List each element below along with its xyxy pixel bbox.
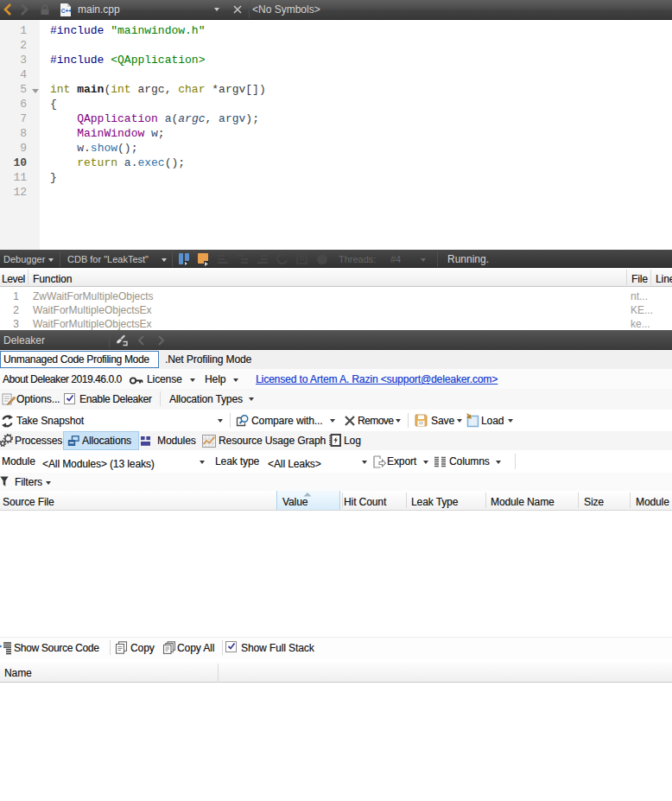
svg-text:C++: C++ [61, 8, 72, 14]
